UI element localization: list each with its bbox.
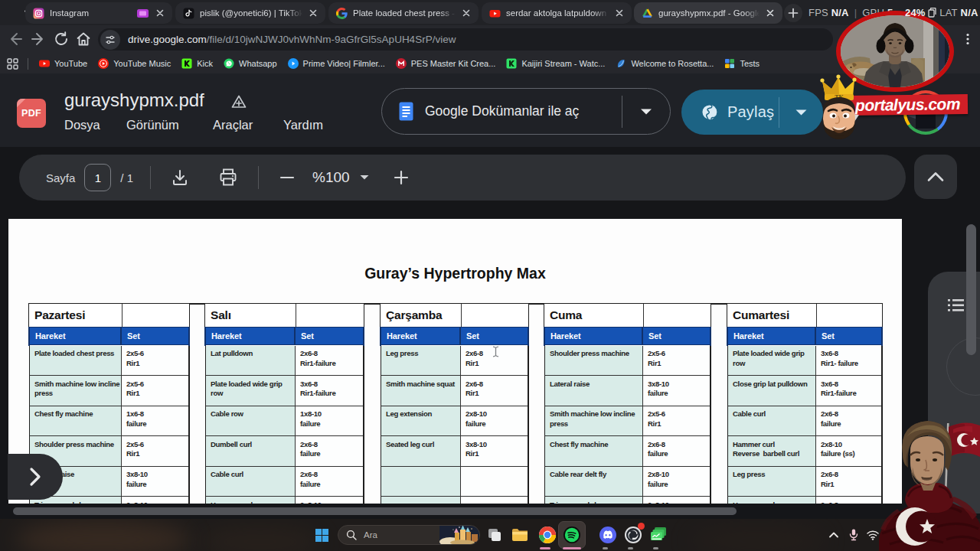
taskbar-search[interactable]: Ara: [338, 525, 480, 545]
microphone-icon[interactable]: [847, 528, 861, 542]
taskbar-start-button[interactable]: [309, 523, 334, 547]
close-tab-icon[interactable]: [307, 7, 319, 19]
address-bar[interactable]: drive.google.com/file/d/10jwNJWJ0vhWhNm-…: [98, 28, 833, 51]
download-icon[interactable]: [171, 168, 189, 187]
menu-dosya[interactable]: Dosya: [64, 118, 100, 132]
chrome-running-indicator: [540, 547, 550, 549]
windows-icon: [315, 529, 328, 542]
reload-icon[interactable]: [52, 30, 70, 48]
tray-chevron-up-icon[interactable]: [827, 528, 841, 542]
bookmark-whatsapp[interactable]: Whatsapp: [224, 58, 277, 69]
back-icon[interactable]: [6, 30, 24, 48]
print-icon[interactable]: [218, 168, 238, 187]
day-name: Çarşamba: [386, 308, 442, 322]
pdf-file-icon: PDF: [17, 99, 46, 128]
exercise-cell: Leg press: [381, 346, 460, 377]
tab-instagram[interactable]: Instagram: [25, 2, 172, 24]
document-outline-icon[interactable]: [948, 298, 964, 312]
taskbar-obs[interactable]: [621, 523, 645, 547]
home-icon[interactable]: [74, 30, 93, 48]
new-tab-button[interactable]: [784, 4, 802, 22]
site-info-button[interactable]: [100, 30, 120, 50]
set-cell: 2x6-8 Rir1-failure: [295, 346, 364, 377]
bookmark-youtube-music[interactable]: YouTube Music: [98, 58, 171, 69]
taskbar-discord[interactable]: [596, 523, 620, 547]
set-cell: 2x6-8 failure: [815, 406, 882, 437]
bookmark-label: YouTube Music: [113, 59, 171, 68]
globe-icon: [701, 103, 718, 121]
set-cell: 3x8-10 Rir1: [460, 436, 528, 467]
bookmark-rosetta[interactable]: Welcome to Rosetta...: [616, 58, 714, 69]
apps-grid-icon[interactable]: [7, 58, 18, 70]
close-tab-icon[interactable]: [154, 7, 166, 19]
wifi-icon[interactable]: [866, 528, 880, 542]
exercise-cell: Smith machine low incline press: [29, 376, 121, 406]
bookmark-kaijiri[interactable]: Kaijiri Stream - Watc...: [506, 58, 605, 69]
add-shortcut-icon[interactable]: [230, 93, 247, 110]
day-header: Cumartesi: [727, 303, 883, 327]
bookmark-youtube[interactable]: YouTube: [39, 58, 87, 69]
open-with-docs-button[interactable]: Google Dokümanlar ile aç: [381, 88, 671, 135]
browser-menu-icon[interactable]: [962, 33, 974, 45]
menu-yardim[interactable]: Yardım: [283, 118, 323, 132]
tab-drive-pdf[interactable]: gurayshypmx.pdf - Google Driv: [634, 2, 782, 24]
set-cell: 2x8-10 failure: [460, 406, 528, 437]
rosetta-icon: [616, 58, 626, 69]
column-header: Set: [642, 327, 710, 345]
taskbar-explorer[interactable]: [508, 523, 532, 547]
instagram-icon: [33, 8, 44, 19]
exercise-cell: Seated leg curl: [381, 436, 460, 467]
set-cell: 3x8-10 failure: [642, 376, 710, 406]
tab-title: pislik (@yonetici6) | TikTok: [200, 8, 302, 18]
taskbar-task-view[interactable]: [482, 523, 507, 547]
bookmark-prime-video[interactable]: Prime Video| Filmler...: [288, 58, 385, 69]
bookmark-kick[interactable]: Kick: [181, 58, 213, 69]
discord-running-indicator: [603, 547, 608, 549]
tab-google-search[interactable]: Plate loaded chest press - Goo: [328, 2, 479, 24]
whatsapp-icon: [224, 58, 234, 69]
next-page-button[interactable]: [8, 454, 63, 500]
exercise-cell: Hammer curl Reverse barbell curl: [727, 436, 815, 467]
zoom-dropdown-chevron-icon[interactable]: [359, 174, 370, 181]
set-cell: 3x6-8 Rir1-failure: [815, 376, 882, 406]
exercise-cell: Chest fly machine: [29, 406, 121, 437]
task-view-icon: [487, 527, 502, 543]
bookmark-label: YouTube: [54, 59, 87, 68]
table-top-border: [364, 303, 381, 305]
chevron-down-icon[interactable]: [795, 109, 808, 116]
zoom-out-icon[interactable]: [279, 169, 296, 186]
taskbar-spotify[interactable]: [560, 523, 584, 547]
bookmark-label: Kaijiri Stream - Watc...: [521, 59, 605, 68]
day-header: Cuma: [544, 303, 711, 327]
page-number-input[interactable]: 1: [84, 164, 111, 191]
column-header-label: Hareket: [387, 331, 417, 341]
menu-araclar[interactable]: Araçlar: [213, 118, 253, 132]
zoom-in-icon[interactable]: [393, 169, 410, 186]
exercise-cell: Plate loaded chest press: [29, 346, 121, 377]
vertical-scrollbar[interactable]: [966, 224, 976, 355]
chevron-up-icon: [926, 171, 945, 182]
menu-gorunum[interactable]: Görünüm: [126, 118, 179, 132]
horizontal-scrollbar[interactable]: [13, 507, 737, 515]
table-top-border: [528, 303, 544, 305]
close-tab-icon[interactable]: [764, 7, 776, 19]
share-button[interactable]: Paylaş: [681, 90, 823, 135]
close-tab-icon[interactable]: [613, 7, 626, 19]
set-cell: 2x6-8 failure: [815, 497, 882, 504]
set-cell: 2x5-6 Rir1: [121, 346, 189, 377]
bookmark-pes-master[interactable]: PES Master Kit Crea...: [396, 58, 496, 69]
button-separator: [622, 96, 622, 128]
bookmark-tests[interactable]: Tests: [724, 58, 760, 69]
forward-icon[interactable]: [29, 30, 47, 48]
tab-youtube[interactable]: serdar aktolga latpuldown - You: [482, 2, 632, 24]
chevron-down-icon[interactable]: [639, 108, 653, 116]
tab-tiktok[interactable]: pislik (@yonetici6) | TikTok: [175, 2, 325, 24]
column-header-label: Set: [648, 331, 662, 341]
pdf-toolbar: Sayfa 1 / 1 %100: [19, 155, 906, 201]
day-name: Pazartesi: [34, 308, 85, 322]
taskbar-stats-app[interactable]: [646, 523, 671, 547]
close-tab-icon[interactable]: [460, 7, 472, 19]
collapse-toolbar-button[interactable]: [914, 155, 957, 199]
column-header: Hareket: [205, 327, 295, 345]
taskbar-chrome[interactable]: [535, 523, 560, 547]
